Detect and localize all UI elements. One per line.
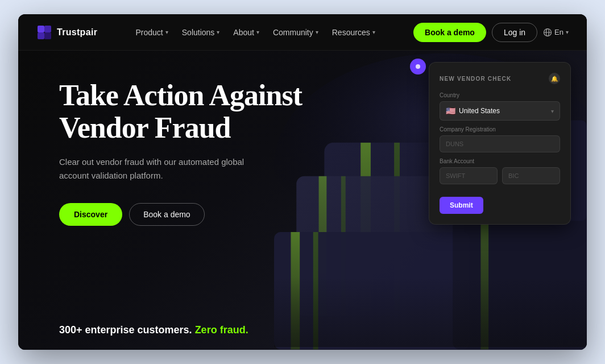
- country-label: Country: [440, 92, 560, 98]
- chevron-down-icon: ▾: [217, 29, 219, 35]
- duns-input[interactable]: DUNS: [440, 135, 560, 152]
- svg-rect-20: [274, 277, 587, 348]
- nav-community[interactable]: Community ▾: [267, 24, 324, 40]
- nav-product[interactable]: Product ▾: [130, 24, 174, 40]
- user-indicator: [410, 59, 426, 75]
- country-select[interactable]: 🇺🇸 United States ▾: [440, 101, 560, 121]
- svg-rect-3: [44, 32, 51, 39]
- nav-actions: Book a demo Log in En ▾: [413, 23, 569, 42]
- hero-section: Take Action Against Vendor Fraud Clear o…: [18, 51, 587, 350]
- browser-window: Trustpair Product ▾ Solutions ▾ About ▾ …: [18, 14, 587, 350]
- swift-input[interactable]: SWIFT: [440, 167, 498, 184]
- company-reg-label: Company Registration: [440, 126, 560, 133]
- nav-about[interactable]: About ▾: [227, 24, 265, 40]
- select-chevron-icon: ▾: [551, 108, 554, 114]
- hero-subtitle: Clear out vendor fraud with our automate…: [59, 155, 264, 183]
- vendor-check-card: NEW VENDOR CHECK 🔔 Country 🇺🇸 United Sta…: [429, 62, 571, 225]
- user-dot: [416, 64, 420, 69]
- nav-resources[interactable]: Resources ▾: [326, 24, 381, 40]
- bank-account-label: Bank Account: [440, 158, 560, 164]
- nav-links: Product ▾ Solutions ▾ About ▾ Community …: [130, 24, 381, 40]
- chevron-down-icon: ▾: [256, 29, 259, 35]
- flag-icon: 🇺🇸: [446, 106, 455, 115]
- notification-button[interactable]: 🔔: [549, 73, 560, 84]
- svg-rect-1: [44, 26, 51, 32]
- svg-rect-0: [38, 26, 44, 32]
- hero-buttons: Discover Book a demo: [59, 203, 314, 226]
- bic-input[interactable]: BIC: [502, 167, 560, 184]
- stats-text: 300+ enterprise customers. Zero fraud.: [59, 324, 248, 336]
- stats-bar: 300+ enterprise customers. Zero fraud.: [59, 324, 248, 336]
- stats-highlight: Zero fraud.: [192, 324, 248, 336]
- bank-account-field-group: Bank Account SWIFT BIC: [440, 158, 560, 184]
- nav-solutions[interactable]: Solutions ▾: [176, 24, 226, 40]
- svg-rect-2: [38, 32, 44, 39]
- card-title: NEW VENDOR CHECK: [440, 76, 511, 82]
- bell-icon: 🔔: [551, 76, 558, 82]
- language-selector[interactable]: En ▾: [543, 28, 569, 37]
- card-header: NEW VENDOR CHECK 🔔: [440, 73, 560, 84]
- hero-content: Take Action Against Vendor Fraud Clear o…: [18, 51, 314, 226]
- book-demo-button[interactable]: Book a demo: [413, 23, 486, 42]
- login-button[interactable]: Log in: [492, 23, 537, 42]
- chevron-down-icon: ▾: [165, 29, 168, 35]
- chevron-down-icon: ▾: [372, 29, 375, 35]
- country-field-group: Country 🇺🇸 United States ▾: [440, 92, 560, 121]
- globe-icon: [543, 28, 552, 37]
- bank-account-row: SWIFT BIC: [440, 167, 560, 184]
- hero-book-demo-button[interactable]: Book a demo: [129, 203, 205, 226]
- brand-name: Trustpair: [57, 27, 97, 38]
- logo[interactable]: Trustpair: [36, 24, 97, 40]
- discover-button[interactable]: Discover: [59, 203, 122, 226]
- submit-button[interactable]: Submit: [440, 197, 483, 214]
- chevron-down-icon: ▾: [566, 29, 569, 35]
- company-reg-field-group: Company Registration DUNS: [440, 126, 560, 152]
- hero-title: Take Action Against Vendor Fraud: [59, 79, 314, 144]
- logo-icon: [36, 24, 52, 40]
- chevron-down-icon: ▾: [316, 29, 318, 35]
- navbar: Trustpair Product ▾ Solutions ▾ About ▾ …: [18, 14, 587, 51]
